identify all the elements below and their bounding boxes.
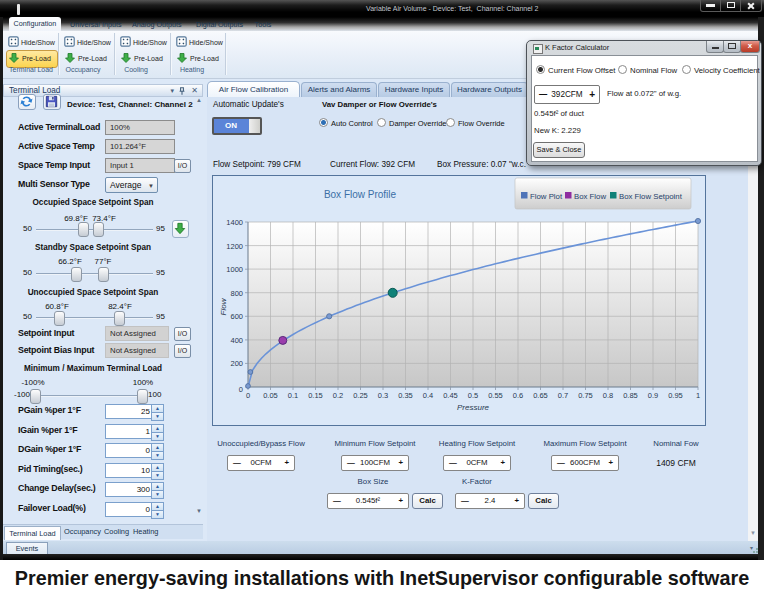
svg-text:Flow: Flow [219,297,228,315]
svg-text:400: 400 [230,336,243,345]
svg-text:1200: 1200 [226,242,243,251]
svg-text:0.55: 0.55 [488,391,503,400]
svg-text:1: 1 [696,391,700,400]
svg-text:800: 800 [230,289,243,298]
svg-text:0.95: 0.95 [668,391,683,400]
svg-text:0.9: 0.9 [648,391,658,400]
svg-text:0.45: 0.45 [443,391,458,400]
svg-text:Box Flow Profile: Box Flow Profile [324,189,397,200]
svg-text:600: 600 [230,312,243,321]
svg-text:0.25: 0.25 [353,391,368,400]
svg-text:0.2: 0.2 [333,391,343,400]
svg-text:Flow Plot: Flow Plot [530,192,563,201]
svg-text:0: 0 [239,385,243,394]
svg-text:0.05: 0.05 [263,391,278,400]
svg-text:0.4: 0.4 [423,391,433,400]
svg-text:0.6: 0.6 [513,391,523,400]
svg-text:Pressure: Pressure [457,403,490,412]
svg-text:Box Flow: Box Flow [574,192,606,201]
svg-text:0.7: 0.7 [558,391,568,400]
svg-text:0.75: 0.75 [578,391,593,400]
svg-text:Box Flow Setpoint: Box Flow Setpoint [619,192,683,201]
svg-text:0.35: 0.35 [398,391,413,400]
svg-text:0.3: 0.3 [378,391,388,400]
svg-text:1400: 1400 [226,218,243,227]
svg-text:0.65: 0.65 [533,391,548,400]
svg-text:0.5: 0.5 [468,391,478,400]
svg-text:0.15: 0.15 [308,391,323,400]
svg-text:0.85: 0.85 [623,391,638,400]
svg-text:200: 200 [230,359,243,368]
svg-text:1000: 1000 [226,265,243,274]
svg-text:0.1: 0.1 [288,391,298,400]
svg-text:0.8: 0.8 [603,391,613,400]
svg-text:0: 0 [246,391,250,400]
